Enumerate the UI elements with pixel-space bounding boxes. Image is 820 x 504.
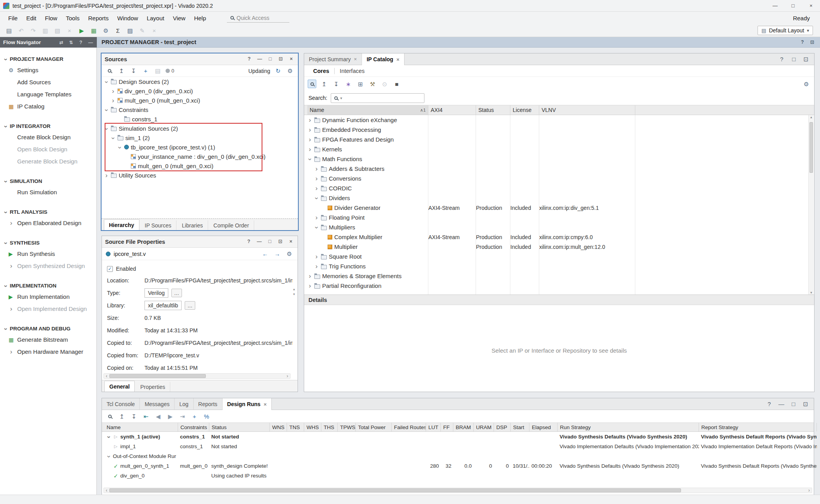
menu-edit[interactable]: Edit (22, 13, 41, 23)
run-row[interactable]: ›▷impl_1constrs_1Not startedVivado Imple… (102, 442, 814, 451)
ellipsis-button[interactable]: … (171, 289, 182, 297)
flownav-section-rtl-analysis[interactable]: ›RTL ANALYSIS (0, 207, 96, 217)
scrollbar-thumb[interactable] (109, 488, 681, 492)
properties-vscrollbar[interactable] (291, 287, 297, 297)
column-header-total-power[interactable]: Total Power (356, 423, 392, 431)
catalog-row[interactable]: ›Memories & Storage Elements (304, 271, 814, 281)
tree-row[interactable]: ›mult_gen_0 (mult_gen_0.xci) (102, 161, 298, 170)
scroll-right-icon[interactable] (285, 373, 290, 379)
chevron-collapsed-icon[interactable]: › (307, 126, 312, 133)
chevron-expanded-icon[interactable]: › (117, 145, 123, 150)
dock-icon[interactable]: ⇄ (58, 39, 64, 46)
column-header-bram[interactable]: BRAM (453, 423, 474, 431)
menu-window[interactable]: Window (113, 13, 142, 23)
filter-icon[interactable]: ∗ (344, 80, 353, 88)
flownav-item-language-templates[interactable]: Language Templates (0, 88, 96, 100)
catalog-row[interactable]: ›MultiplierProductionIncludedxilinx.com:… (304, 242, 814, 252)
collapse-all-icon[interactable]: ↥ (117, 67, 126, 75)
search-icon[interactable] (105, 412, 114, 421)
maximize-icon[interactable]: □ (266, 238, 273, 245)
catalog-row[interactable]: ›Trig Functions (304, 261, 814, 271)
expand-all-icon[interactable]: ↧ (332, 80, 340, 88)
properties-hscrollbar[interactable] (103, 373, 291, 379)
scroll-down-icon[interactable] (291, 292, 297, 297)
expand-all-icon[interactable]: ↧ (129, 67, 138, 75)
collapse-all-icon[interactable]: ↥ (118, 412, 126, 421)
tree-row[interactable]: ›Constraints (102, 105, 298, 114)
scrollbar-thumb[interactable] (109, 374, 206, 378)
tab-log[interactable]: Log (175, 398, 193, 410)
ip-search-input[interactable] (331, 93, 424, 103)
flownav-item-generate-bitstream[interactable]: ▦Generate Bitstream (0, 334, 96, 346)
flownav-section-program-and-debug[interactable]: ›PROGRAM AND DEBUG (0, 323, 96, 334)
expand-all-icon[interactable]: ↧ (130, 412, 138, 421)
back-icon[interactable]: ← (261, 250, 269, 258)
tab-general[interactable]: General (104, 381, 135, 392)
catalog-row[interactable]: ›Floating Point (304, 213, 814, 222)
run-row[interactable]: ›✓mult_gen_0_synth_1mult_gen_0synth_desi… (102, 461, 814, 471)
forward-icon[interactable]: → (273, 250, 282, 258)
help-icon[interactable]: ? (246, 56, 253, 63)
float-icon[interactable]: ⊡ (802, 55, 810, 64)
tree-row[interactable]: ›sim_1 (2) (102, 133, 298, 142)
search-icon[interactable] (308, 80, 316, 88)
chevron-collapsed-icon[interactable]: › (314, 253, 319, 260)
catalog-row[interactable]: ›Multipliers (304, 222, 814, 232)
flownav-section-synthesis[interactable]: ›SYNTHESIS (0, 238, 96, 248)
column-header-ths[interactable]: THS (321, 423, 338, 431)
chevron-expanded-icon[interactable]: › (103, 107, 110, 112)
chevron-collapsed-icon[interactable]: › (307, 117, 312, 123)
run-row[interactable]: ›✓div_gen_0Using cached IP results (102, 471, 814, 481)
tab-design-runs[interactable]: Design Runs× (223, 398, 272, 410)
column-header-wns[interactable]: WNS (270, 423, 287, 431)
elaborate-icon[interactable]: ▦ (89, 26, 98, 35)
close-tab-icon[interactable]: × (354, 56, 357, 62)
column-header-uram[interactable]: URAM (474, 423, 494, 431)
tree-row[interactable]: ›constrs_1 (102, 114, 298, 124)
scrollbar-track[interactable] (109, 488, 806, 492)
step-forward-icon[interactable]: ⇥ (178, 412, 187, 421)
report-sigma-icon[interactable]: Σ (114, 26, 122, 35)
percent-icon[interactable]: % (202, 412, 211, 421)
column-header-ff[interactable]: FF (441, 423, 453, 431)
flownav-item-settings[interactable]: ⚙Settings (0, 64, 96, 76)
menu-help[interactable]: Help (190, 13, 210, 23)
launch-runs-icon[interactable]: ▶ (166, 412, 175, 421)
enabled-checkbox[interactable] (107, 266, 113, 272)
run-icon[interactable]: ▶ (77, 26, 86, 35)
chevron-collapsed-icon[interactable]: › (104, 172, 109, 179)
timing-report-icon[interactable]: ▨ (126, 26, 134, 35)
flownav-section-project-manager[interactable]: ›PROJECT MANAGER (0, 54, 96, 64)
minimize-icon[interactable]: — (256, 238, 263, 245)
close-icon[interactable]: × (288, 56, 295, 63)
customize-wrench-icon[interactable]: ⚒ (368, 80, 377, 88)
tab-tcl-console[interactable]: Tcl Console (102, 398, 140, 410)
chevron-expanded-icon[interactable]: › (106, 435, 112, 440)
column-header-dsp[interactable]: DSP (494, 423, 511, 431)
menu-flow[interactable]: Flow (41, 13, 62, 23)
tree-row[interactable]: ›mult_gen_0 (mult_gen_0.xci) (102, 96, 298, 105)
column-header-license[interactable]: License (510, 105, 539, 115)
column-header-name[interactable]: Name∧1 (307, 105, 428, 115)
tab-project-summary[interactable]: Project Summary× (304, 53, 362, 65)
chevron-collapsed-icon[interactable]: › (307, 136, 312, 143)
help-icon[interactable]: ? (765, 400, 774, 408)
column-header-run-strategy[interactable]: Run Strategy (558, 423, 699, 431)
quick-access-search[interactable]: Quick Access (227, 14, 289, 23)
flownav-section-implementation[interactable]: ›IMPLEMENTATION (0, 280, 96, 291)
chevron-collapsed-icon[interactable]: › (307, 282, 312, 289)
tab-libraries[interactable]: Libraries (177, 220, 208, 230)
catalog-row[interactable]: ›Partial Reconfiguration (304, 281, 814, 291)
column-header-start[interactable]: Start (511, 423, 529, 431)
catalog-row[interactable]: ›CORDIC (304, 183, 814, 193)
chevron-collapsed-icon[interactable]: › (314, 175, 319, 182)
help-icon[interactable]: ? (777, 55, 786, 64)
chevron-expanded-icon[interactable]: › (106, 454, 112, 459)
maximize-icon[interactable]: □ (789, 400, 798, 408)
flownav-item-open-block-design[interactable]: Open Block Design (0, 143, 96, 155)
scroll-up-icon[interactable] (291, 287, 297, 292)
chevron-expanded-icon[interactable]: › (314, 225, 320, 230)
tab-ip-catalog[interactable]: IP Catalog× (362, 53, 405, 65)
tab-reports[interactable]: Reports (194, 398, 223, 410)
chevron-collapsed-icon[interactable]: › (111, 97, 116, 104)
